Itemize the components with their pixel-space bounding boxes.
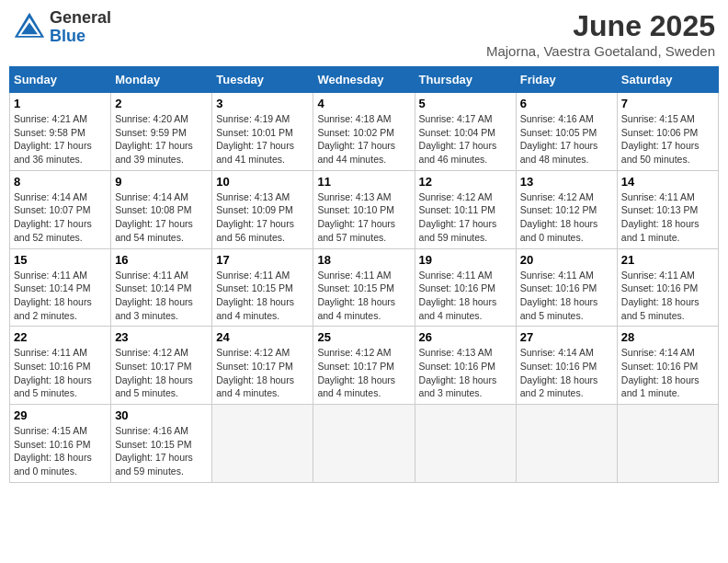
calendar-cell xyxy=(617,405,718,483)
calendar-cell: 7Sunrise: 4:15 AMSunset: 10:06 PMDayligh… xyxy=(617,93,718,171)
day-info: Sunrise: 4:12 AMSunset: 10:17 PMDaylight… xyxy=(317,346,410,400)
day-number: 5 xyxy=(419,97,512,110)
day-number: 22 xyxy=(14,330,107,344)
day-info: Sunrise: 4:13 AMSunset: 10:09 PMDaylight… xyxy=(216,190,309,245)
calendar-cell: 15Sunrise: 4:11 AMSunset: 10:14 PMDaylig… xyxy=(10,248,111,327)
day-info: Sunrise: 4:16 AMSunset: 10:05 PMDaylight… xyxy=(520,112,613,167)
day-info: Sunrise: 4:11 AMSunset: 10:16 PMDaylight… xyxy=(14,346,107,400)
day-number: 6 xyxy=(520,97,613,110)
calendar-cell: 25Sunrise: 4:12 AMSunset: 10:17 PMDaylig… xyxy=(313,327,415,405)
day-number: 13 xyxy=(520,175,613,189)
calendar-cell: 26Sunrise: 4:13 AMSunset: 10:16 PMDaylig… xyxy=(415,327,516,405)
day-info: Sunrise: 4:15 AMSunset: 10:16 PMDaylight… xyxy=(14,424,107,478)
logo-text: General Blue xyxy=(50,9,111,46)
calendar-cell: 29Sunrise: 4:15 AMSunset: 10:16 PMDaylig… xyxy=(10,405,111,483)
calendar-cell: 13Sunrise: 4:12 AMSunset: 10:12 PMDaylig… xyxy=(516,170,617,248)
day-number: 21 xyxy=(621,253,714,267)
title-area: June 2025 Majorna, Vaestra Goetaland, Sw… xyxy=(486,9,715,59)
day-number: 30 xyxy=(115,408,208,422)
day-number: 20 xyxy=(520,253,613,267)
logo-blue: Blue xyxy=(50,27,85,45)
calendar-cell: 22Sunrise: 4:11 AMSunset: 10:16 PMDaylig… xyxy=(10,327,111,405)
calendar-cell: 28Sunrise: 4:14 AMSunset: 10:16 PMDaylig… xyxy=(617,327,718,405)
day-info: Sunrise: 4:20 AMSunset: 9:59 PMDaylight:… xyxy=(115,112,208,167)
day-number: 3 xyxy=(216,97,309,110)
calendar-cell xyxy=(516,405,617,483)
day-number: 14 xyxy=(621,175,714,189)
calendar-cell: 24Sunrise: 4:12 AMSunset: 10:17 PMDaylig… xyxy=(212,327,313,405)
calendar-cell: 27Sunrise: 4:14 AMSunset: 10:16 PMDaylig… xyxy=(516,327,617,405)
day-info: Sunrise: 4:12 AMSunset: 10:17 PMDaylight… xyxy=(115,346,208,400)
weekday-header-tuesday: Tuesday xyxy=(212,67,313,93)
calendar-week-5: 29Sunrise: 4:15 AMSunset: 10:16 PMDaylig… xyxy=(10,405,719,483)
day-number: 25 xyxy=(317,330,410,344)
day-number: 1 xyxy=(14,97,107,110)
day-info: Sunrise: 4:11 AMSunset: 10:14 PMDaylight… xyxy=(115,269,208,323)
calendar-cell: 21Sunrise: 4:11 AMSunset: 10:16 PMDaylig… xyxy=(617,248,718,327)
calendar-week-1: 1Sunrise: 4:21 AMSunset: 9:58 PMDaylight… xyxy=(10,93,719,171)
day-number: 19 xyxy=(419,253,512,267)
weekday-header-monday: Monday xyxy=(111,67,212,93)
calendar-cell: 1Sunrise: 4:21 AMSunset: 9:58 PMDaylight… xyxy=(10,93,111,171)
day-info: Sunrise: 4:12 AMSunset: 10:17 PMDaylight… xyxy=(216,346,309,400)
day-info: Sunrise: 4:12 AMSunset: 10:11 PMDaylight… xyxy=(419,190,512,245)
month-year: June 2025 xyxy=(486,9,715,43)
calendar-cell xyxy=(313,405,415,483)
calendar-week-4: 22Sunrise: 4:11 AMSunset: 10:16 PMDaylig… xyxy=(10,327,719,405)
day-info: Sunrise: 4:11 AMSunset: 10:15 PMDaylight… xyxy=(216,269,309,323)
day-number: 4 xyxy=(317,97,410,110)
day-number: 2 xyxy=(115,97,208,110)
day-number: 15 xyxy=(14,253,107,267)
calendar-cell: 14Sunrise: 4:11 AMSunset: 10:13 PMDaylig… xyxy=(617,170,718,248)
day-number: 26 xyxy=(419,330,512,344)
day-info: Sunrise: 4:14 AMSunset: 10:16 PMDaylight… xyxy=(520,346,613,400)
day-info: Sunrise: 4:13 AMSunset: 10:10 PMDaylight… xyxy=(317,190,410,245)
weekday-header-thursday: Thursday xyxy=(415,67,516,93)
calendar-cell: 23Sunrise: 4:12 AMSunset: 10:17 PMDaylig… xyxy=(111,327,212,405)
calendar-cell xyxy=(212,405,313,483)
day-number: 9 xyxy=(115,175,208,189)
day-number: 10 xyxy=(216,175,309,189)
calendar-cell: 11Sunrise: 4:13 AMSunset: 10:10 PMDaylig… xyxy=(313,170,415,248)
calendar-week-2: 8Sunrise: 4:14 AMSunset: 10:07 PMDayligh… xyxy=(10,170,719,248)
day-number: 12 xyxy=(419,175,512,189)
day-info: Sunrise: 4:17 AMSunset: 10:04 PMDaylight… xyxy=(419,112,512,167)
day-number: 23 xyxy=(115,330,208,344)
logo-icon xyxy=(13,11,46,44)
day-number: 18 xyxy=(317,253,410,267)
calendar-cell: 9Sunrise: 4:14 AMSunset: 10:08 PMDayligh… xyxy=(111,170,212,248)
header: General Blue June 2025 Majorna, Vaestra … xyxy=(9,9,719,59)
day-info: Sunrise: 4:14 AMSunset: 10:16 PMDaylight… xyxy=(621,346,714,400)
calendar-week-3: 15Sunrise: 4:11 AMSunset: 10:14 PMDaylig… xyxy=(10,248,719,327)
weekday-header-saturday: Saturday xyxy=(617,67,718,93)
calendar-cell: 20Sunrise: 4:11 AMSunset: 10:16 PMDaylig… xyxy=(516,248,617,327)
day-info: Sunrise: 4:16 AMSunset: 10:15 PMDaylight… xyxy=(115,424,208,478)
calendar-cell: 3Sunrise: 4:19 AMSunset: 10:01 PMDayligh… xyxy=(212,93,313,171)
calendar-cell: 19Sunrise: 4:11 AMSunset: 10:16 PMDaylig… xyxy=(415,248,516,327)
day-number: 7 xyxy=(621,97,714,110)
day-number: 17 xyxy=(216,253,309,267)
day-number: 29 xyxy=(14,408,107,422)
day-info: Sunrise: 4:13 AMSunset: 10:16 PMDaylight… xyxy=(419,346,512,400)
day-number: 24 xyxy=(216,330,309,344)
calendar-cell: 17Sunrise: 4:11 AMSunset: 10:15 PMDaylig… xyxy=(212,248,313,327)
day-info: Sunrise: 4:11 AMSunset: 10:16 PMDaylight… xyxy=(520,269,613,323)
day-number: 11 xyxy=(317,175,410,189)
day-number: 27 xyxy=(520,330,613,344)
calendar-cell: 6Sunrise: 4:16 AMSunset: 10:05 PMDayligh… xyxy=(516,93,617,171)
day-info: Sunrise: 4:11 AMSunset: 10:14 PMDaylight… xyxy=(14,269,107,323)
calendar-cell xyxy=(415,405,516,483)
weekday-header-friday: Friday xyxy=(516,67,617,93)
day-info: Sunrise: 4:11 AMSunset: 10:16 PMDaylight… xyxy=(621,269,714,323)
logo-general: General xyxy=(50,8,111,27)
day-info: Sunrise: 4:11 AMSunset: 10:16 PMDaylight… xyxy=(419,269,512,323)
calendar-cell: 10Sunrise: 4:13 AMSunset: 10:09 PMDaylig… xyxy=(212,170,313,248)
logo: General Blue xyxy=(13,9,111,46)
day-info: Sunrise: 4:15 AMSunset: 10:06 PMDaylight… xyxy=(621,112,714,167)
calendar-cell: 18Sunrise: 4:11 AMSunset: 10:15 PMDaylig… xyxy=(313,248,415,327)
calendar-cell: 12Sunrise: 4:12 AMSunset: 10:11 PMDaylig… xyxy=(415,170,516,248)
day-info: Sunrise: 4:12 AMSunset: 10:12 PMDaylight… xyxy=(520,190,613,245)
weekday-header-wednesday: Wednesday xyxy=(313,67,415,93)
day-info: Sunrise: 4:19 AMSunset: 10:01 PMDaylight… xyxy=(216,112,309,167)
calendar-cell: 4Sunrise: 4:18 AMSunset: 10:02 PMDayligh… xyxy=(313,93,415,171)
